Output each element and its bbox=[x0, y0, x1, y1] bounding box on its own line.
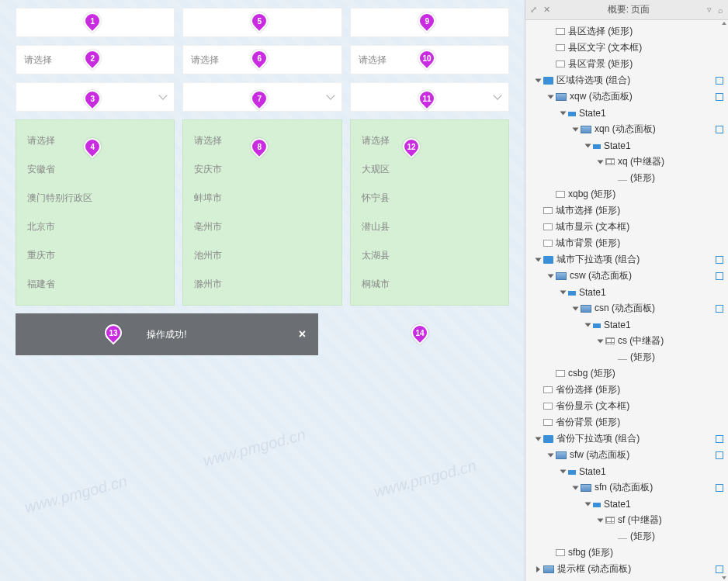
tree-node[interactable]: State1 bbox=[525, 463, 728, 479]
tree-toggle-icon[interactable] bbox=[548, 95, 554, 99]
visibility-icon[interactable] bbox=[716, 93, 723, 101]
tree-toggle-icon[interactable] bbox=[598, 339, 604, 343]
tree-node[interactable]: sfbg (矩形) bbox=[525, 545, 728, 561]
tree-node-label: 省份显示 (文本框) bbox=[556, 399, 629, 413]
list-item[interactable]: 福建省 bbox=[16, 270, 174, 299]
tree-node[interactable]: State1 bbox=[525, 137, 728, 154]
outline-header: ⤢ ✕ 概要: 页面 ▿ ⌕ bbox=[525, 0, 728, 20]
list-item[interactable]: 池州市 bbox=[183, 241, 341, 270]
tree-node-label: csbg (矩形) bbox=[568, 367, 615, 380]
tree-node-label: xqn (动态面板) bbox=[595, 123, 656, 136]
close-icon[interactable]: ✕ bbox=[543, 5, 550, 15]
tree-node[interactable]: 县区背景 (矩形) bbox=[525, 56, 728, 72]
tree-node[interactable]: 城市显示 (文本框) bbox=[525, 219, 728, 235]
tree-node[interactable]: 省份显示 (文本框) bbox=[525, 398, 728, 414]
text-icon bbox=[543, 223, 553, 230]
list-item[interactable]: 桐城市 bbox=[351, 270, 508, 299]
tree-node[interactable]: 县区文字 (文本框) bbox=[525, 40, 728, 56]
outline-tree[interactable]: 县区选择 (矩形)县区文字 (文本框)县区背景 (矩形)区域待选项 (组合)xq… bbox=[525, 20, 728, 581]
tree-toggle-icon[interactable] bbox=[536, 258, 542, 261]
list-item[interactable]: 蚌埠市 bbox=[183, 184, 341, 213]
tree-node[interactable]: 城市下拉选项 (组合) bbox=[525, 251, 728, 268]
tree-toggle-icon[interactable] bbox=[536, 437, 542, 441]
expand-icon[interactable]: ⤢ bbox=[530, 5, 537, 15]
tree-node[interactable]: 省份选择 (矩形) bbox=[525, 382, 728, 398]
list-item[interactable]: 滁州市 bbox=[183, 270, 341, 299]
tree-node[interactable]: csw (动态面板) bbox=[525, 268, 728, 284]
visibility-icon[interactable] bbox=[716, 484, 723, 492]
visibility-icon[interactable] bbox=[716, 435, 723, 443]
tree-node[interactable]: State1 bbox=[525, 316, 728, 333]
tree-toggle-icon[interactable] bbox=[585, 323, 591, 327]
tree-toggle-icon[interactable] bbox=[536, 78, 542, 82]
tree-node[interactable]: 城市选择 (矩形) bbox=[525, 202, 728, 219]
visibility-icon[interactable] bbox=[716, 256, 723, 264]
list-item[interactable]: 怀宁县 bbox=[351, 184, 508, 213]
visibility-icon[interactable] bbox=[716, 565, 723, 573]
tree-node[interactable]: 区域待选项 (组合) bbox=[525, 72, 728, 88]
visibility-icon[interactable] bbox=[716, 126, 723, 133]
tree-node[interactable]: State1 bbox=[525, 496, 728, 512]
list-item[interactable]: 太湖县 bbox=[351, 241, 508, 270]
tree-toggle-icon[interactable] bbox=[560, 469, 567, 473]
tree-node[interactable]: csbg (矩形) bbox=[525, 365, 728, 382]
tree-node[interactable]: xqn (动态面板) bbox=[525, 121, 728, 137]
list-item[interactable]: 安庆市 bbox=[183, 155, 341, 184]
tree-node-label: 城市显示 (文本框) bbox=[556, 220, 629, 233]
tree-toggle-icon[interactable] bbox=[585, 502, 591, 506]
tree-toggle-icon[interactable] bbox=[598, 160, 604, 164]
visibility-icon[interactable] bbox=[716, 77, 723, 85]
tree-node[interactable]: 城市背景 (矩形) bbox=[525, 235, 728, 251]
tree-node[interactable]: 县区选择 (矩形) bbox=[525, 23, 728, 40]
tree-toggle-icon[interactable] bbox=[548, 274, 554, 278]
tree-node[interactable]: (矩形) bbox=[525, 170, 728, 186]
tree-toggle-icon[interactable] bbox=[573, 306, 579, 310]
tree-node[interactable]: sf (中继器) bbox=[525, 512, 728, 528]
tree-node[interactable]: xq (中继器) bbox=[525, 154, 728, 170]
tree-toggle-icon[interactable] bbox=[560, 111, 567, 115]
tree-toggle-icon[interactable] bbox=[548, 453, 554, 457]
tree-node-label: cs (中继器) bbox=[618, 334, 664, 348]
visibility-icon[interactable] bbox=[716, 305, 723, 313]
text-icon bbox=[543, 403, 553, 410]
visibility-icon[interactable] bbox=[716, 451, 723, 459]
tree-node[interactable]: State1 bbox=[525, 284, 728, 300]
list-item[interactable]: 澳门特别行政区 bbox=[16, 184, 174, 213]
tree-node-label: xq (中继器) bbox=[618, 155, 664, 168]
tree-node[interactable]: xqw (动态面板) bbox=[525, 88, 728, 105]
tree-node[interactable]: (矩形) bbox=[525, 349, 728, 365]
filter-icon[interactable]: ▿ bbox=[707, 5, 712, 15]
list-item[interactable]: 潜山县 bbox=[351, 213, 508, 241]
tree-node-label: State1 bbox=[579, 287, 606, 298]
tree-toggle-icon[interactable] bbox=[585, 144, 591, 147]
visibility-icon[interactable] bbox=[716, 272, 723, 280]
tree-node[interactable]: xqbg (矩形) bbox=[525, 186, 728, 202]
tree-node[interactable]: (矩形) bbox=[525, 528, 728, 545]
watermark: www.pmgod.cn bbox=[23, 472, 129, 517]
tree-toggle-icon[interactable] bbox=[573, 486, 579, 489]
tree-toggle-icon[interactable] bbox=[598, 518, 604, 522]
tree-toggle-icon[interactable] bbox=[560, 290, 567, 294]
tree-node-label: 省份下拉选项 (组合) bbox=[556, 432, 640, 445]
tree-node[interactable]: 提示框 (动态面板) bbox=[525, 561, 728, 577]
tree-node[interactable]: csn (动态面板) bbox=[525, 300, 728, 316]
search-icon[interactable]: ⌕ bbox=[718, 5, 723, 15]
close-icon[interactable]: × bbox=[299, 327, 306, 341]
list-item[interactable]: 大观区 bbox=[351, 155, 508, 184]
tree-node-label: 省份选择 (矩形) bbox=[556, 383, 620, 396]
list-item[interactable]: 重庆市 bbox=[16, 241, 174, 270]
tree-node[interactable]: 省份下拉选项 (组合) bbox=[525, 431, 728, 447]
tree-node[interactable]: sfw (动态面板) bbox=[525, 447, 728, 463]
tree-node[interactable]: cs (中继器) bbox=[525, 333, 728, 349]
tree-toggle-icon[interactable] bbox=[536, 566, 540, 572]
list-item[interactable]: 亳州市 bbox=[183, 213, 341, 241]
tree-node-label: 城市背景 (矩形) bbox=[556, 237, 620, 250]
tree-node[interactable]: sfn (动态面板) bbox=[525, 479, 728, 496]
list-item[interactable]: 请选择 bbox=[351, 126, 508, 155]
list-item[interactable]: 安徽省 bbox=[16, 155, 174, 184]
tree-node[interactable]: 省份背景 (矩形) bbox=[525, 414, 728, 431]
tree-toggle-icon[interactable] bbox=[573, 127, 579, 131]
rect-icon bbox=[556, 191, 565, 198]
list-item[interactable]: 北京市 bbox=[16, 213, 174, 241]
tree-node[interactable]: State1 bbox=[525, 105, 728, 121]
